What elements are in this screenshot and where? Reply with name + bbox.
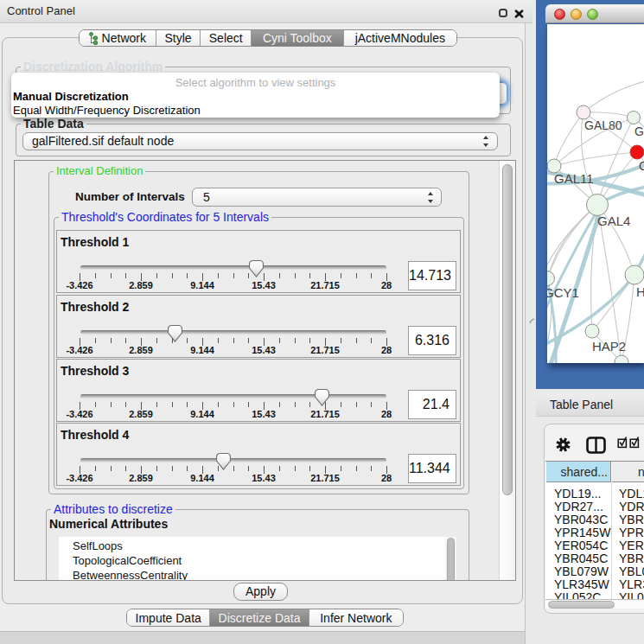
- svg-text:GCY1: GCY1: [547, 285, 579, 300]
- svg-text:GA: GA: [634, 124, 644, 138]
- svg-text:GAL4: GAL4: [597, 214, 630, 228]
- svg-text:HAP2: HAP2: [592, 339, 626, 354]
- svg-text:C: C: [639, 159, 644, 173]
- svg-text:GAL80: GAL80: [584, 118, 622, 132]
- svg-text:H: H: [636, 284, 644, 299]
- svg-text:GAL11: GAL11: [554, 171, 594, 186]
